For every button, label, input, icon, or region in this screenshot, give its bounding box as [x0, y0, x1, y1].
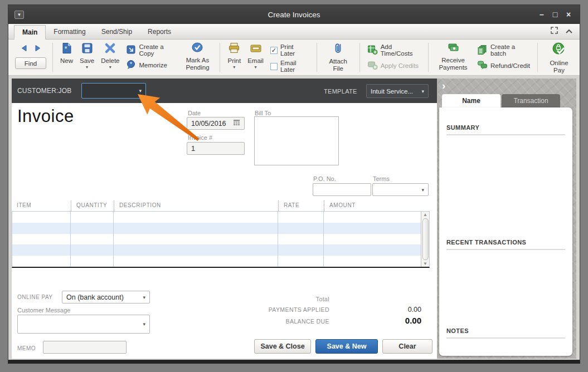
terms-caret-icon: ▾: [421, 187, 424, 193]
create-copy-button[interactable]: Create a Copy: [126, 43, 176, 57]
invoice-number-label: Invoice #: [188, 134, 212, 141]
panel-tab-transaction[interactable]: Transaction: [502, 94, 560, 107]
add-time-costs-icon: [367, 45, 378, 56]
save-new-button[interactable]: Save & New: [315, 339, 378, 354]
save-dropdown-caret[interactable]: ▾: [86, 65, 88, 70]
date-field[interactable]: 10/05/2016: [187, 117, 245, 130]
email-later-checkbox[interactable]: Email Later: [270, 60, 309, 73]
email-button[interactable]: Email ▾: [247, 42, 264, 70]
online-pay-button[interactable]: Online Pay ▾: [545, 42, 573, 79]
email-later-checkbox-box: [270, 63, 278, 70]
pending-check-icon: [191, 42, 203, 56]
customer-job-dropdown[interactable]: ▾: [81, 83, 146, 99]
online-pay-label: ONLINE PAY: [17, 294, 53, 300]
save-button[interactable]: Save ▾: [80, 42, 94, 70]
back-arrow-icon[interactable]: [21, 44, 28, 54]
close-button[interactable]: ×: [563, 10, 574, 19]
calendar-icon[interactable]: [233, 119, 240, 128]
template-label: TEMPLATE: [324, 88, 357, 95]
refund-bubbles-icon: [477, 60, 488, 71]
print-dropdown-caret[interactable]: ▾: [233, 65, 235, 70]
memorize-bubble-icon: *: [126, 60, 136, 71]
memorize-button[interactable]: * Memorize: [126, 60, 176, 71]
collapse-ribbon-icon[interactable]: [565, 27, 573, 37]
invoice-heading: Invoice: [17, 106, 74, 126]
minimize-button[interactable]: –: [536, 10, 547, 19]
tab-formatting[interactable]: Formatting: [46, 25, 93, 39]
svg-text:*: *: [64, 45, 67, 53]
template-dropdown[interactable]: Intuit Service... ▾: [366, 84, 429, 98]
items-table-scrollbar[interactable]: ▲ ▼: [421, 212, 429, 267]
column-header-rate[interactable]: RATE: [278, 200, 324, 211]
expand-window-icon[interactable]: [550, 26, 558, 37]
batch-documents-icon: [477, 45, 488, 56]
date-label: Date: [188, 110, 201, 116]
total-label: Total: [229, 296, 329, 302]
mark-as-pending-button[interactable]: Mark As Pending: [182, 42, 212, 71]
clear-button[interactable]: Clear: [382, 339, 433, 354]
panel-tab-name[interactable]: Name: [442, 94, 500, 107]
payments-applied-value: 0.00: [329, 306, 421, 314]
apply-credits-icon: [367, 60, 378, 71]
balance-due-value: 0.00: [329, 316, 421, 325]
column-header-item[interactable]: ITEM: [12, 200, 71, 211]
print-later-checkbox-box: ✓: [270, 47, 278, 54]
summary-heading: SUMMARY: [446, 124, 565, 131]
apply-credits-button[interactable]: Apply Credits: [367, 60, 421, 71]
bill-to-box[interactable]: [254, 116, 339, 165]
add-time-costs-button[interactable]: Add Time/Costs: [367, 43, 421, 57]
attach-file-button[interactable]: Attach File: [324, 42, 352, 72]
tab-send-ship[interactable]: Send/Ship: [94, 25, 140, 39]
create-batch-button[interactable]: Create a batch: [477, 43, 530, 57]
delete-x-icon: [104, 42, 116, 56]
po-number-label: P.O. No.: [313, 175, 336, 182]
memo-label: MEMO: [17, 345, 36, 351]
maximize-button[interactable]: □: [550, 10, 561, 19]
invoice-number-field[interactable]: 1: [187, 142, 245, 155]
items-table-header: ITEM QUANTITY DESCRIPTION RATE AMOUNT: [12, 200, 430, 211]
email-dropdown-caret[interactable]: ▾: [255, 65, 257, 70]
ribbon-toolbar: Find * New Save ▾ Delete ▾ Create a Copy…: [8, 40, 580, 76]
template-caret-icon: ▾: [421, 89, 428, 94]
history-panel: › Name Transaction SUMMARY RECENT TRANSA…: [437, 79, 576, 359]
new-button[interactable]: * New: [60, 42, 73, 65]
column-header-quantity[interactable]: QUANTITY: [71, 200, 114, 211]
email-envelope-icon: [250, 42, 262, 56]
window-title: Create Invoices: [8, 11, 580, 19]
invoice-content: CUSTOMER:JOB ▾ TEMPLATE Intuit Service..…: [8, 76, 580, 360]
tab-main[interactable]: Main: [14, 25, 46, 40]
online-pay-dropdown-field[interactable]: On (bank account) ▾: [62, 291, 150, 304]
delete-button[interactable]: Delete ▾: [101, 42, 119, 70]
items-table-body[interactable]: ▲ ▼: [12, 211, 430, 268]
refund-credit-button[interactable]: Refund/Credit: [477, 60, 530, 71]
print-button[interactable]: Print ▾: [227, 42, 241, 70]
ribbon-tab-bar: Main Formatting Send/Ship Reports: [8, 24, 580, 40]
scroll-up-icon[interactable]: ▲: [423, 212, 427, 217]
memo-field[interactable]: [43, 341, 127, 354]
scrollbar-thumb[interactable]: [422, 218, 429, 260]
tab-reports[interactable]: Reports: [140, 25, 179, 39]
find-button[interactable]: Find: [15, 57, 46, 69]
new-document-icon: *: [61, 42, 72, 56]
customer-message-dropdown[interactable]: ▾: [17, 315, 150, 334]
terms-label: Terms: [373, 175, 390, 182]
save-disk-icon: [81, 42, 93, 56]
po-number-field[interactable]: [313, 183, 371, 196]
scroll-down-icon[interactable]: ▼: [423, 261, 427, 266]
print-later-checkbox[interactable]: ✓ Print Later: [270, 43, 309, 57]
terms-dropdown[interactable]: ▾: [372, 183, 429, 196]
receive-payments-button[interactable]: Receive Payments: [436, 42, 470, 71]
balance-due-label: BALANCE DUE: [229, 316, 329, 325]
customer-job-bar: CUSTOMER:JOB ▾ TEMPLATE Intuit Service..…: [12, 79, 437, 103]
notes-heading: NOTES: [446, 327, 565, 334]
column-header-description[interactable]: DESCRIPTION: [114, 200, 278, 211]
save-close-button[interactable]: Save & Close: [254, 339, 311, 354]
title-bar: ▼ Create Invoices – □ ×: [8, 5, 580, 24]
panel-collapse-icon[interactable]: ›: [442, 80, 445, 92]
customer-job-label: CUSTOMER:JOB: [17, 87, 72, 95]
customer-job-caret-icon: ▾: [139, 88, 145, 94]
delete-dropdown-caret[interactable]: ▾: [109, 65, 111, 70]
column-header-amount[interactable]: AMOUNT: [324, 200, 430, 211]
online-pay-icon: [552, 42, 566, 58]
forward-arrow-icon[interactable]: [33, 44, 41, 54]
